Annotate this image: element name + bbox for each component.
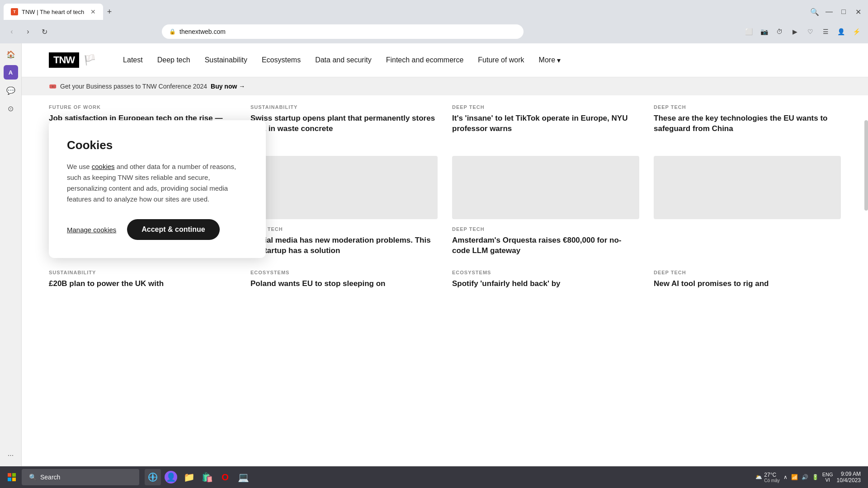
article-title-3[interactable]: It's 'insane' to let TikTok operate in E…	[452, 113, 639, 134]
extension-btn-2[interactable]: 📷	[758, 25, 770, 38]
address-bar: ‹ › ↻ 🔒 thenextweb.com ⬜ 📷 ⏱ ▶ ♡ ☰ 👤 ⚡	[0, 20, 868, 43]
taskbar-app-store[interactable]: 🛍️	[199, 469, 215, 485]
taskbar-apps: 👤 📁 🛍️ O 💻	[145, 469, 251, 485]
article-category-r3-2: ECOSYSTEMS	[250, 270, 438, 275]
article-card-4: DEEP TECH These are the key technologies…	[654, 104, 841, 134]
article-category-4: DEEP TECH	[654, 104, 841, 110]
url-bar[interactable]: 🔒 thenextweb.com	[162, 24, 524, 39]
tab-close-button[interactable]: ✕	[90, 8, 96, 15]
extension-btn-3[interactable]: ⏱	[773, 25, 786, 38]
nav-latest[interactable]: Latest	[123, 56, 143, 64]
nav-future-work[interactable]: Future of work	[478, 56, 524, 64]
accept-cookies-button[interactable]: Accept & continue	[127, 219, 219, 240]
article-title-4[interactable]: These are the key technologies the EU wa…	[654, 113, 841, 134]
manage-cookies-button[interactable]: Manage cookies	[67, 226, 116, 234]
cookie-title: Cookies	[67, 138, 248, 152]
nav-data-security[interactable]: Data and security	[315, 56, 372, 64]
browser-actions: ⬜ 📷 ⏱ ▶ ♡ ☰ 👤 ⚡	[742, 25, 863, 38]
article-category-r3-3: ECOSYSTEMS	[452, 270, 639, 275]
extensions-btn[interactable]: ⚡	[850, 25, 863, 38]
promo-link[interactable]: Buy now →	[211, 83, 245, 90]
favorites-btn[interactable]: ♡	[804, 25, 816, 38]
nav-fintech[interactable]: Fintech and ecommerce	[386, 56, 464, 64]
taskbar-search-bar[interactable]: 🔍 Search	[22, 469, 139, 485]
svg-rect-0	[8, 473, 11, 477]
active-tab[interactable]: T TNW | The heart of tech ✕	[4, 4, 103, 20]
lock-icon: 🔒	[169, 28, 176, 35]
tray-battery[interactable]: 🔋	[812, 474, 819, 480]
minimize-button[interactable]: —	[823, 5, 835, 18]
window-controls: 🔍 — □ ✕	[808, 5, 864, 18]
article-card-r3-3: ECOSYSTEMS Spotify 'unfairly held back' …	[452, 270, 639, 289]
article-title-r2-3[interactable]: Amsterdam's Orquesta raises €800,000 for…	[452, 235, 639, 256]
cookies-link[interactable]: cookies	[92, 163, 115, 170]
promo-emoji: 🎟️	[49, 83, 57, 90]
collections-btn[interactable]: ☰	[819, 25, 832, 38]
clock-time: 9:09 AM	[837, 471, 861, 477]
sidebar-chat-icon[interactable]: 💬	[4, 83, 18, 98]
tray-hidden-icons[interactable]: ∧	[783, 474, 788, 480]
tray-sound[interactable]: 🔊	[802, 474, 808, 480]
promo-banner: 🎟️ Get your Business passes to TNW Confe…	[22, 77, 868, 95]
extension-btn-1[interactable]: ⬜	[742, 25, 755, 38]
article-image-r2-3	[452, 156, 639, 219]
cookie-body: We use cookies and other data for a numb…	[67, 161, 248, 205]
article-title-r3-2[interactable]: Poland wants EU to stop sleeping on	[250, 279, 438, 289]
nav-more[interactable]: More ▾	[539, 56, 561, 65]
browser-sidebar: 🏠 A 💬 ⊙ ···	[0, 43, 22, 466]
scrollbar[interactable]	[864, 120, 868, 211]
tray-time[interactable]: 9:09 AM 10/4/2023	[837, 471, 861, 483]
profile-btn[interactable]: 👤	[835, 25, 847, 38]
article-category-1: FUTURE OF WORK	[49, 104, 236, 110]
nav-deep-tech[interactable]: Deep tech	[157, 56, 190, 64]
search-icon: 🔍	[29, 474, 37, 481]
article-title-r3-1[interactable]: £20B plan to power the UK with	[49, 279, 236, 289]
taskbar-app-opera[interactable]: O	[217, 469, 233, 485]
tab-bar: T TNW | The heart of tech ✕ + 🔍 — □ ✕	[0, 0, 868, 20]
maximize-button[interactable]: □	[837, 5, 850, 18]
tray-network[interactable]: 📶	[791, 474, 798, 480]
weather-icon: 🌥️	[755, 474, 762, 480]
sidebar-ai-icon[interactable]: A	[4, 65, 18, 80]
tray-weather[interactable]: 🌥️ 27°C Có mây	[755, 472, 779, 483]
article-card-r3-1: SUSTAINABILITY £20B plan to power the UK…	[49, 270, 236, 289]
article-category-r2-3: DEEP TECH	[452, 226, 639, 232]
logo-text: TNW	[49, 52, 79, 68]
taskbar-app-code[interactable]: 💻	[235, 469, 251, 485]
sidebar-circle-icon[interactable]: ⊙	[4, 101, 18, 116]
article-category-2: SUSTAINABILITY	[250, 104, 438, 110]
nav-ecosystems[interactable]: Ecosystems	[262, 56, 301, 64]
article-title-r3-4[interactable]: New AI tool promises to rig and	[654, 279, 841, 289]
new-tab-button[interactable]: +	[103, 5, 116, 18]
site-logo[interactable]: TNW 🏳️	[49, 52, 96, 68]
article-title-r3-3[interactable]: Spotify 'unfairly held back' by	[452, 279, 639, 289]
tray-lang[interactable]: ENG VI	[822, 472, 833, 483]
nav-sustainability[interactable]: Sustainability	[205, 56, 247, 64]
weather-temp: 27°C	[764, 472, 779, 478]
chevron-down-icon: ▾	[557, 56, 561, 65]
taskbar-app-profile[interactable]: 👤	[163, 469, 179, 485]
article-card-r2-3: DEEP TECH Amsterdam's Orquesta raises €8…	[452, 156, 639, 256]
start-button[interactable]	[4, 469, 20, 485]
taskbar-app-folder[interactable]: 📁	[181, 469, 197, 485]
cookie-banner: Cookies We use cookies and other data fo…	[49, 120, 266, 258]
refresh-button[interactable]: ↻	[38, 25, 51, 38]
article-title-2[interactable]: Swiss startup opens plant that permanent…	[250, 113, 438, 134]
sidebar-more-icon[interactable]: ···	[4, 448, 18, 463]
back-button[interactable]: ‹	[5, 25, 18, 38]
article-category-r3-4: DEEP TECH	[654, 270, 841, 275]
article-card-3: DEEP TECH It's 'insane' to let TikTok op…	[452, 104, 639, 134]
url-text: thenextweb.com	[179, 28, 226, 35]
articles-row-3: SUSTAINABILITY £20B plan to power the UK…	[22, 261, 868, 298]
extension-btn-4[interactable]: ▶	[788, 25, 801, 38]
taskbar-app-browser[interactable]	[145, 469, 161, 485]
sidebar-home-icon[interactable]: 🏠	[4, 47, 18, 61]
browser-chrome: T TNW | The heart of tech ✕ + 🔍 — □ ✕ ‹ …	[0, 0, 868, 43]
close-button[interactable]: ✕	[852, 5, 864, 18]
search-button[interactable]: 🔍	[808, 5, 821, 18]
article-title-r2-2[interactable]: Social media has new moderation problems…	[250, 235, 438, 256]
website-content: TNW 🏳️ Latest Deep tech Sustainability E…	[22, 43, 868, 488]
taskbar: 🔍 Search 👤 📁 🛍️ O 💻 �	[0, 466, 868, 488]
forward-button[interactable]: ›	[22, 25, 34, 38]
article-card-r2-2: DEEP TECH Social media has new moderatio…	[250, 156, 438, 256]
